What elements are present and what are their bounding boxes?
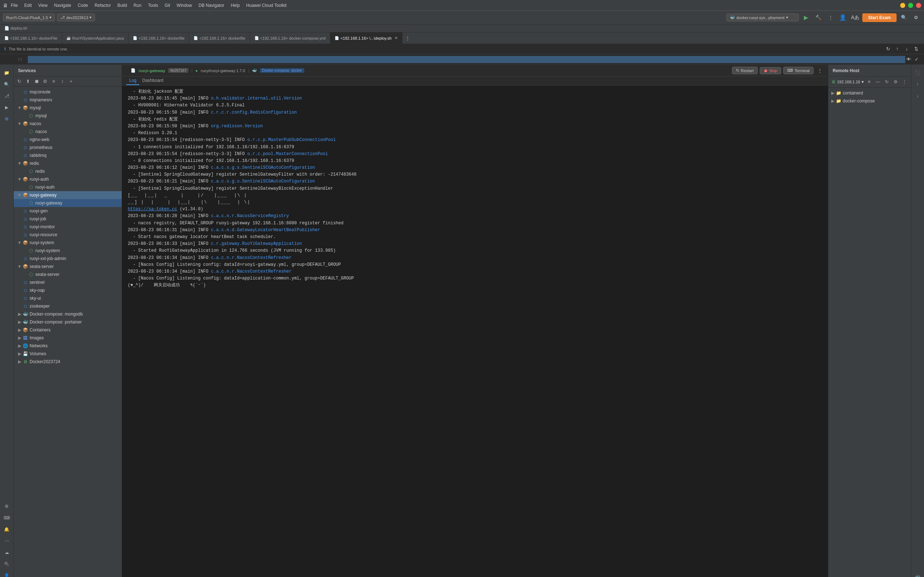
filter-btn[interactable]: ⚙ (41, 77, 49, 85)
refresh-services-btn[interactable]: ↻ (15, 77, 23, 85)
profile-icon-btn[interactable]: 👤 (2, 571, 12, 577)
collapse-all-btn[interactable]: ⬆ (24, 77, 32, 85)
right-sidebar-icon1[interactable]: ⬛ (913, 68, 923, 78)
settings-icon-btn[interactable]: ⚙ (2, 501, 12, 511)
find-icon-btn[interactable]: 🔍 (2, 79, 12, 89)
service-seata-server[interactable]: ⬡ seata-server (14, 271, 122, 279)
group-mysql[interactable]: ▼ 📦 mysql (14, 104, 122, 112)
service-zookeeper[interactable]: ⬡ zookeeper (14, 302, 122, 310)
start-exam-button[interactable]: Start Exam (862, 13, 897, 22)
close-icon[interactable]: ✕ (394, 36, 398, 40)
expand-btn[interactable]: ↕ (58, 77, 66, 85)
service-ruoyi-gen[interactable]: ⬡ ruoyi-gen (14, 207, 122, 215)
service-ruoyi-xxl[interactable]: ⬡ ruoyi-xxl-job-admin (14, 255, 122, 263)
check-button[interactable]: ✓ (913, 56, 920, 63)
minimize-button[interactable] (900, 3, 905, 8)
group-btn[interactable]: ≡ (50, 77, 58, 85)
service-nacos[interactable]: ⬡ nacos (14, 128, 122, 135)
menu-run[interactable]: Run (131, 2, 144, 9)
menu-db-navigator[interactable]: DB Navigator (195, 2, 227, 9)
close-remote-btn[interactable]: ✕ (865, 78, 873, 86)
tab-deploy-sh[interactable]: 📄 <192.168.1.16> \...\deploy.sh ✕ (330, 32, 402, 44)
service-sky-ui[interactable]: ⬡ sky-ui (14, 294, 122, 302)
project-selector[interactable]: RuoYi-Cloud-PlusA_1.5 ▾ (3, 14, 55, 21)
service-redis[interactable]: ⬡ redis (14, 167, 122, 175)
translate-button[interactable]: Aあ (850, 13, 860, 23)
plugin-icon-btn[interactable]: 🔌 (2, 559, 12, 569)
services-icon-btn[interactable]: ⚙ (2, 114, 12, 124)
group-docker-compose-portainer[interactable]: ▶ 🐳 Docker-compose: portainer (14, 318, 122, 326)
terminal-button[interactable]: ⌨ Terminal (783, 67, 814, 74)
close-button[interactable] (916, 3, 921, 8)
service-sky-oap[interactable]: ⬡ sky-oap (14, 286, 122, 294)
service-nginx-web[interactable]: ⬡ nginx-web (14, 135, 122, 143)
group-redis[interactable]: ▼ 📦 redis (14, 160, 122, 167)
remote-item-containerd[interactable]: ▶ 📁 containerd (828, 89, 911, 97)
right-sidebar-icon2[interactable]: 🐳 (913, 572, 923, 577)
group-ruoyi-auth[interactable]: ▼ 📦 ruoyi-auth (14, 175, 122, 183)
restart-button[interactable]: ↻ Restart (732, 67, 757, 74)
run-config-selector[interactable]: 🐳 docker.ruoyi-sys...ployment ▾ (727, 14, 799, 21)
service-ruoyi-auth[interactable]: ⬡ ruoyi-auth (14, 183, 122, 191)
tab-dockerFile2[interactable]: 📄 <192.168.1.16> dockerfile (129, 32, 189, 44)
run-button[interactable]: ▶ (801, 13, 811, 23)
group-docker2023724[interactable]: ▶ 🖥 Docker2023724 (14, 358, 122, 366)
profile-button[interactable]: 👤 (838, 13, 848, 23)
cloud-icon-btn[interactable]: ☁ (2, 548, 12, 558)
service-mqconsole[interactable]: ⬡ mqconsole (14, 88, 122, 96)
group-ruoyi-system[interactable]: ▼ 📦 ruoyi-system (14, 239, 122, 247)
tab-log[interactable]: Log (126, 76, 139, 85)
group-images[interactable]: ▶ 🖼 Images (14, 334, 122, 342)
service-sentinel[interactable]: ⬡ sentinel (14, 279, 122, 286)
branch-selector[interactable]: ⎇ dev2023613 ▾ (57, 14, 95, 21)
run-icon-btn[interactable]: ▶ (2, 102, 12, 113)
search-button[interactable]: 🔍 (899, 13, 909, 23)
terminal-icon-btn[interactable]: ⌨ (2, 513, 12, 523)
scroll-down-btn[interactable]: ↓ (913, 91, 923, 101)
menu-window[interactable]: Window (174, 2, 195, 9)
group-networks[interactable]: ▶ 🌐 Networks (14, 342, 122, 350)
sync-button[interactable]: ⇅ (913, 45, 920, 53)
project-icon-btn[interactable]: 📁 (2, 68, 12, 78)
group-docker-compose-mongodb[interactable]: ▶ 🐳 Docker-compose: mongodb (14, 310, 122, 318)
tab-dockerFile1[interactable]: 📄 <192.168.1.16> dockerFile (0, 32, 62, 44)
more-log-options-button[interactable]: ⋮ (816, 67, 824, 75)
group-ruoyi-gateway[interactable]: ▼ 📦 ruoyi-gateway (14, 191, 122, 199)
download-button[interactable]: ↓ (903, 45, 910, 53)
menu-view[interactable]: View (36, 2, 50, 9)
build-button[interactable]: 🔨 (813, 13, 823, 23)
tab-docker-compose[interactable]: 📄 <192.168.1.16> docker-compose.yml (250, 32, 331, 44)
remote-item-docker-compose[interactable]: ▶ 📁 docker-compose (828, 97, 911, 105)
menu-edit[interactable]: Edit (21, 2, 35, 9)
service-ruoyi-gateway[interactable]: ⬡ ruoyi-gateway (14, 199, 122, 207)
tab-ruoyi-system-app[interactable]: ☕ RuoYiSystemApplication.java (62, 32, 129, 44)
settings-button[interactable]: ⚙ (911, 13, 921, 23)
service-ruoyi-monitor[interactable]: ⬡ ruoyi-monitor (14, 223, 122, 231)
menu-build[interactable]: Build (115, 2, 130, 9)
upload-button[interactable]: ↑ (894, 45, 901, 53)
eye-button[interactable]: 👁 (905, 56, 912, 63)
group-volumes[interactable]: ▶ 💾 Volumes (14, 350, 122, 358)
log-content[interactable]: - 初始化 jackson 配置 2023-08-23 06:15:45 [ma… (122, 85, 828, 577)
settings-remote-btn[interactable]: ⚙ (892, 78, 900, 86)
git-icon-btn[interactable]: ⎇ (2, 91, 12, 101)
service-mqnamesrv[interactable]: ⬡ mqnamesrv (14, 96, 122, 104)
group-nacos[interactable]: ▼ 📦 nacos (14, 120, 122, 128)
more-icon-btn[interactable]: ⋯ (2, 536, 12, 546)
menu-git[interactable]: Git (162, 2, 173, 9)
menu-navigate[interactable]: Navigate (51, 2, 74, 9)
menu-refactor[interactable]: Refactor (92, 2, 114, 9)
menu-file[interactable]: File (8, 2, 21, 9)
notification-icon-btn[interactable]: 🔔 (2, 524, 12, 534)
menu-help[interactable]: Help (228, 2, 242, 9)
menu-tools[interactable]: Tools (145, 2, 161, 9)
tab-dashboard[interactable]: Dashboard (139, 76, 166, 85)
refresh-remote-btn[interactable]: ↻ (883, 78, 890, 86)
maximize-button[interactable] (908, 3, 913, 8)
ip-selector[interactable]: 🖥 192.168.1.16 ▾ (831, 79, 864, 84)
tab-dockerFile3[interactable]: 📄 <192.168.1.16> dockerfile (189, 32, 250, 44)
menu-huawei[interactable]: Huawei Cloud Toolkit (243, 2, 289, 9)
scroll-up-btn[interactable]: ↑ (913, 79, 923, 89)
more-tabs-button[interactable]: ⋮ (404, 34, 412, 42)
stop-all-btn[interactable]: ⏹ (32, 77, 40, 85)
